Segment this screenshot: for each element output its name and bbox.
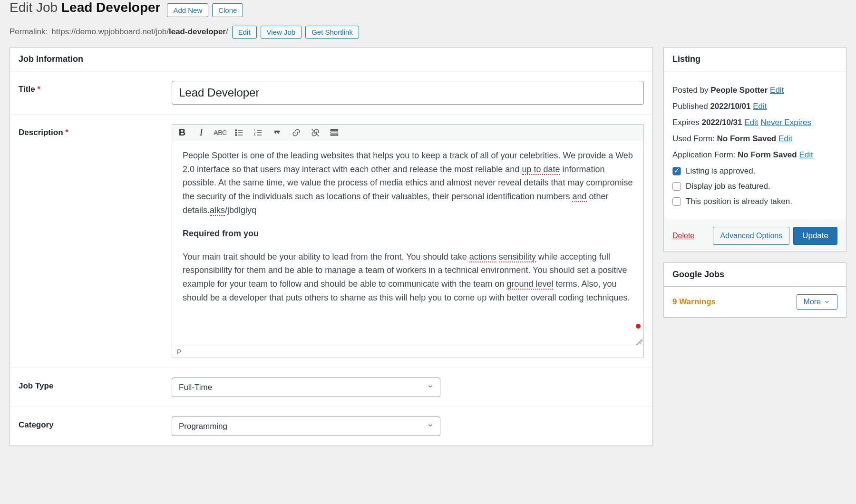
editor-footer: P [172, 346, 643, 358]
update-button[interactable]: Update [793, 227, 837, 245]
editor-text: up to date [522, 165, 560, 175]
view-job-button[interactable]: View Job [261, 26, 302, 39]
job-type-label: Job Type [10, 368, 172, 407]
italic-icon[interactable]: I [196, 127, 206, 138]
google-jobs-box: Google Jobs 9 Warnings More [663, 262, 846, 318]
page-title-prefix: Edit Job [10, 0, 58, 15]
status-dot-icon [636, 324, 641, 329]
listing-approved-label: Listing is approved. [686, 166, 755, 176]
delete-link[interactable]: Delete [672, 232, 694, 240]
expires-value: 2022/10/31 [701, 118, 742, 127]
editor-text: sensibility [499, 252, 536, 262]
advanced-options-button[interactable]: Advanced Options [713, 227, 789, 245]
used-form-edit-link[interactable]: Edit [778, 134, 792, 143]
title-label: Title * [10, 71, 172, 115]
get-shortlink-button[interactable]: Get Shortlink [305, 26, 359, 39]
google-jobs-more-button[interactable]: More [797, 294, 837, 310]
add-new-button[interactable]: Add New [167, 3, 208, 17]
editor-text: actions [469, 252, 496, 262]
svg-point-0 [235, 130, 237, 131]
svg-text:3: 3 [254, 133, 255, 136]
published-edit-link[interactable]: Edit [753, 102, 767, 111]
more-label: More [804, 298, 821, 306]
page-title: Edit Job Lead Developer [10, 0, 160, 15]
posted-by-label: Posted by [672, 86, 709, 95]
numbered-list-icon[interactable]: 123 [253, 127, 263, 138]
never-expires-link[interactable]: Never Expires [760, 118, 811, 127]
expires-edit-link[interactable]: Edit [744, 118, 758, 127]
google-jobs-warnings: 9 Warnings [672, 297, 716, 307]
editor-text [496, 252, 499, 262]
editor-text: alks [210, 205, 225, 216]
listing-box: Listing Posted by People Spotter Edit Pu… [663, 47, 846, 252]
display-featured-input[interactable] [672, 182, 681, 191]
editor-text: ground level [506, 279, 553, 290]
strikethrough-icon[interactable]: ABC [215, 127, 225, 138]
category-select[interactable]: Programming [172, 417, 440, 436]
job-type-select[interactable]: Full-Time [172, 378, 440, 397]
editor-text: and [572, 192, 586, 202]
svg-point-2 [235, 132, 237, 134]
bulleted-list-icon[interactable] [234, 127, 244, 138]
svg-rect-14 [331, 132, 338, 133]
permalink-url: https://demo.wpjobboard.net/job/lead-dev… [51, 27, 228, 37]
link-icon[interactable] [291, 127, 302, 138]
permalink-slug: lead-developer [169, 27, 226, 36]
description-editor: B I ABC 123 [172, 124, 644, 358]
published-value: 2022/10/01 [710, 102, 750, 111]
used-form-value: No Form Saved [717, 134, 777, 143]
position-taken-label: This position is already taken. [686, 197, 792, 206]
published-label: Published [672, 102, 708, 111]
permalink-edit-button[interactable]: Edit [232, 26, 257, 39]
svg-rect-15 [331, 134, 338, 136]
permalink-label: Permalink: [10, 27, 48, 37]
permalink-slash: / [226, 27, 228, 36]
used-form-label: Used Form: [672, 134, 715, 143]
svg-rect-13 [331, 129, 338, 131]
position-taken-input[interactable] [672, 197, 681, 206]
position-taken-checkbox[interactable]: This position is already taken. [672, 197, 837, 206]
editor-text: /jbdlgiyq [225, 205, 256, 215]
permalink-row: Permalink: https://demo.wpjobboard.net/j… [10, 26, 846, 39]
editor-text: Your main trait should be your ability t… [183, 252, 469, 262]
svg-point-4 [235, 135, 237, 136]
category-label: Category [10, 407, 172, 446]
page-title-name: Lead Developer [61, 0, 161, 15]
job-information-header: Job Information [10, 48, 652, 71]
display-featured-checkbox[interactable]: Display job as featured. [672, 182, 837, 191]
editor-subheading: Required from you [183, 227, 633, 241]
application-form-label: Application Form: [672, 150, 735, 159]
google-jobs-header: Google Jobs [664, 263, 846, 287]
chevron-down-icon [824, 299, 830, 305]
resize-handle[interactable] [636, 338, 642, 345]
title-input[interactable] [172, 81, 644, 105]
job-information-box: Job Information Title * Description * [10, 47, 653, 446]
posted-by-edit-link[interactable]: Edit [770, 86, 784, 95]
application-form-value: No Form Saved [738, 150, 797, 159]
expires-label: Expires [672, 118, 700, 127]
description-label: Description * [10, 114, 172, 368]
unlink-icon[interactable] [310, 127, 321, 138]
clone-button[interactable]: Clone [212, 3, 243, 17]
listing-header: Listing [664, 48, 846, 71]
bold-icon[interactable]: B [177, 127, 187, 138]
application-form-edit-link[interactable]: Edit [799, 150, 813, 159]
editor-element-path: P [177, 348, 181, 356]
posted-by-value: People Spotter [710, 86, 768, 95]
display-featured-label: Display job as featured. [686, 182, 770, 191]
kitchen-sink-icon[interactable] [329, 127, 340, 138]
editor-content[interactable]: People Spotter is one of the leading web… [172, 141, 643, 346]
permalink-base: https://demo.wpjobboard.net/job/ [51, 27, 169, 36]
editor-toolbar: B I ABC 123 [172, 125, 643, 141]
listing-approved-checkbox[interactable]: Listing is approved. [672, 166, 837, 176]
listing-approved-input[interactable] [672, 167, 681, 175]
quote-icon[interactable] [272, 127, 282, 138]
